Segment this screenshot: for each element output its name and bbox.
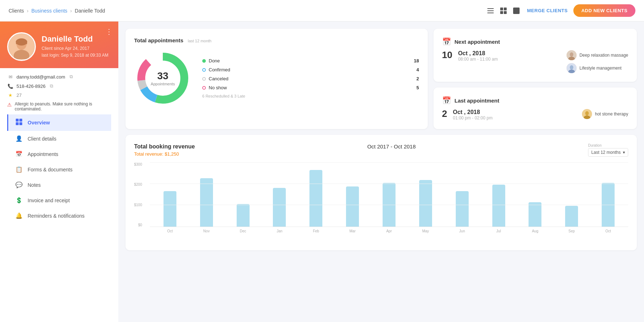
bar-Mar-5 xyxy=(335,162,370,227)
confirmed-label: Confirmed xyxy=(209,67,230,72)
svg-rect-6 xyxy=(504,11,507,14)
svg-rect-5 xyxy=(500,11,503,14)
bar-column[interactable] xyxy=(200,178,213,227)
alert-text: Allergic to peanuts. Make sure nothing i… xyxy=(15,101,111,112)
donut-label: Appointments xyxy=(151,82,175,86)
next-appt-date-row: 10 Oct , 2018 08:00 am - 11:00 am De xyxy=(442,50,629,73)
svg-point-21 xyxy=(570,52,573,57)
legend-confirmed: Confirmed 4 xyxy=(202,67,419,72)
sidebar-item-reminders[interactable]: 🔔 Reminders & notifications xyxy=(7,208,111,223)
merge-clients-button[interactable]: MERGE CLIENTS xyxy=(527,8,568,13)
service-row-2: Lifestyle management xyxy=(567,63,628,73)
done-label: Done xyxy=(209,58,220,63)
duration-label: Duration xyxy=(588,143,628,147)
x-label-Apr: Apr xyxy=(372,229,406,233)
phone-icon: 📞 xyxy=(7,84,14,89)
duration-value: Last 12 months xyxy=(591,150,621,155)
x-label-Sep: Sep xyxy=(554,229,589,233)
service-1-label: Deep relaxation massage xyxy=(579,53,628,58)
grid-view-button[interactable] xyxy=(498,6,508,16)
bar-column[interactable] xyxy=(309,170,322,227)
sidebar-item-overview[interactable]: Overview xyxy=(7,114,111,131)
revenue-header: Total booking revenue Total revenue: $1,… xyxy=(134,143,628,157)
info-stars-row: ★ 27 xyxy=(7,93,111,98)
last-appt-title: Last appointment xyxy=(455,98,499,104)
sidebar-menu-dots[interactable]: ⋮ xyxy=(105,27,113,36)
duration-dropdown[interactable]: Last 12 months ▾ xyxy=(588,148,628,157)
bar-Apr-6 xyxy=(372,162,406,227)
last-appt-day: 2 xyxy=(442,109,447,118)
sidebar-info: ✉ danny.todd@gmail.com ⧉ 📞 518-426-8926 … xyxy=(0,68,118,322)
avatar xyxy=(7,32,36,61)
bar-Dec-2 xyxy=(226,162,260,227)
legend-done: Done 18 xyxy=(202,58,419,63)
next-appt-header: 📅 Next appointment xyxy=(442,37,629,46)
breadcrumb-business-clients[interactable]: Business clients xyxy=(31,8,67,14)
chart-area xyxy=(150,162,628,227)
sidebar-item-client-details[interactable]: 👤 Client details xyxy=(7,131,111,146)
y-label-100: $100 xyxy=(134,203,142,207)
chevron-down-icon: ▾ xyxy=(623,150,625,155)
profile-row: Danielle Todd Client since Apr 24, 2017 … xyxy=(7,32,111,61)
appointments-card-subtitle: last 12 month xyxy=(188,39,212,43)
sidebar-profile: ⋮ Danielle Todd Client since Apr 24, 201… xyxy=(0,22,118,68)
next-appointment-card: 📅 Next appointment 10 Oct , 2018 08:00 a… xyxy=(434,29,637,82)
bar-column[interactable] xyxy=(273,188,286,227)
noshow-label: No show xyxy=(209,85,227,90)
list-view-button[interactable] xyxy=(486,6,496,16)
svg-rect-4 xyxy=(504,8,507,10)
x-axis: OctNovDecJanFebMarAprMayJunJulAugSepOct xyxy=(150,227,628,233)
service-2-label: Lifestyle management xyxy=(579,66,621,71)
last-service-label: hot stone therapy xyxy=(595,112,628,117)
view-icons xyxy=(486,6,521,16)
x-label-Aug: Aug xyxy=(518,229,552,233)
last-appointment-card: 📅 Last appointment 2 Oct , 2018 01:00 pm… xyxy=(434,87,637,129)
y-label-300: $300 xyxy=(134,162,142,166)
breadcrumb-sep2: › xyxy=(70,8,72,14)
breadcrumb-danielle: Danielle Todd xyxy=(75,8,105,14)
main-layout: ⋮ Danielle Todd Client since Apr 24, 201… xyxy=(0,22,644,322)
bar-May-7 xyxy=(408,162,443,227)
bar-column[interactable] xyxy=(419,180,432,227)
invoice-icon: 💲 xyxy=(15,197,23,204)
svg-rect-15 xyxy=(19,122,22,125)
overview-label: Overview xyxy=(28,120,50,126)
next-appt-day: 10 xyxy=(442,50,453,60)
top-row: Total appointments last 12 month xyxy=(126,29,637,129)
add-new-clients-button[interactable]: ADD NEW CLIENTS xyxy=(573,4,635,17)
revenue-range-block: Oct 2017 - Oct 2018 xyxy=(367,143,416,150)
bar-column[interactable] xyxy=(346,186,359,227)
svg-rect-2 xyxy=(487,13,494,13)
sidebar-item-forms[interactable]: 📋 Forms & documents xyxy=(7,162,111,177)
svg-rect-14 xyxy=(16,122,19,125)
bar-column[interactable] xyxy=(164,191,176,227)
x-label-Dec: Dec xyxy=(226,229,260,233)
sidebar-item-invoice[interactable]: 💲 Invoice and receipt xyxy=(7,193,111,208)
sidebar-item-appointments[interactable]: 📅 Appointments xyxy=(7,146,111,162)
main-content: Total appointments last 12 month xyxy=(118,22,644,322)
card-view-button[interactable] xyxy=(511,6,521,16)
copy-email-button[interactable]: ⧉ xyxy=(70,74,73,80)
bar-column[interactable] xyxy=(565,206,578,227)
bar-column[interactable] xyxy=(456,191,469,227)
sidebar-item-notes[interactable]: 💬 Notes xyxy=(7,177,111,193)
y-label-0: $0 xyxy=(134,223,142,227)
duration-select-block: Duration Last 12 months ▾ xyxy=(588,143,628,157)
copy-phone-button[interactable]: ⧉ xyxy=(50,83,53,89)
x-label-May: May xyxy=(408,229,443,233)
bar-column[interactable] xyxy=(529,202,541,227)
next-appt-month: Oct , 2018 xyxy=(458,50,498,57)
done-dot xyxy=(202,59,206,63)
x-label-Feb: Feb xyxy=(299,229,333,233)
bar-column[interactable] xyxy=(492,185,505,227)
confirmed-dot xyxy=(202,68,206,72)
breadcrumb-clients[interactable]: Clients xyxy=(9,8,24,14)
bar-column[interactable] xyxy=(237,204,250,227)
y-axis: $300 $200 $100 $0 xyxy=(134,162,144,227)
appointments-label: Appointments xyxy=(28,151,58,157)
svg-point-27 xyxy=(585,111,589,115)
alert-icon: ⚠ xyxy=(7,102,12,108)
grid-line-100 xyxy=(150,205,628,205)
bar-Jan-3 xyxy=(262,162,297,227)
nav-section: Overview 👤 Client details 📅 Appointments… xyxy=(7,112,111,226)
